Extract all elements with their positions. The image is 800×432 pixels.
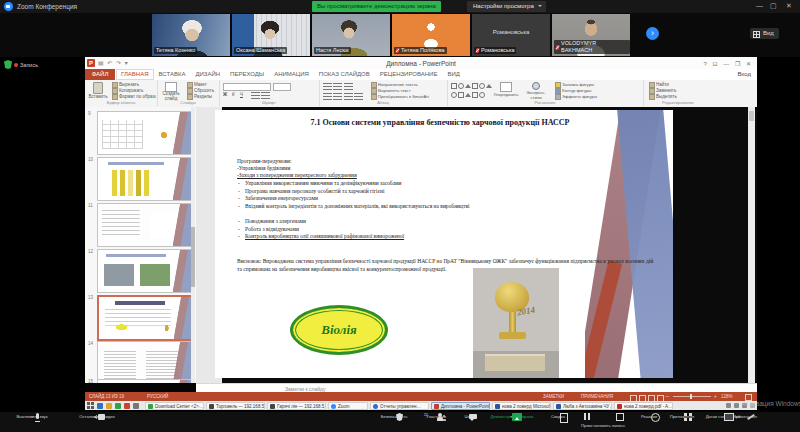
zoom-out-button[interactable]: — bbox=[665, 392, 670, 401]
quick-launch-icon[interactable] bbox=[124, 403, 130, 409]
bold-button[interactable]: Ж bbox=[223, 92, 227, 97]
share-screen-button[interactable]: Демонстрация экрана bbox=[481, 413, 543, 419]
language-indicator[interactable]: РУССКИЙ bbox=[147, 392, 168, 401]
list-buttons[interactable] bbox=[323, 83, 353, 90]
zoom-in-button[interactable]: + bbox=[714, 392, 717, 401]
tab-insert[interactable]: ВСТАВКА bbox=[154, 69, 191, 80]
start-button[interactable] bbox=[87, 402, 94, 409]
ribbon: Вставить Вырезать Копировать Формат по о… bbox=[85, 80, 757, 108]
trophy-base bbox=[499, 332, 526, 339]
recording-controls[interactable]: Приостановить запись bbox=[573, 413, 633, 428]
tab-view[interactable]: ВИД bbox=[442, 69, 464, 80]
slide-thumbnail[interactable] bbox=[97, 379, 193, 383]
mute-button[interactable]: Выключить звук bbox=[2, 413, 62, 419]
reactions-button[interactable]: Реакции bbox=[635, 413, 663, 419]
maximize-button[interactable]: ▢ bbox=[770, 2, 777, 10]
slide-thumbnail[interactable] bbox=[97, 249, 193, 293]
ribbon-group-clipboard: Вставить Вырезать Копировать Формат по о… bbox=[85, 80, 158, 106]
participant-tile[interactable]: Романовська Романовська bbox=[472, 14, 550, 56]
thumbnail-scrollbar[interactable] bbox=[191, 107, 195, 383]
taskbar-item[interactable]: Люба з Автозаміна ЧУ… bbox=[553, 402, 612, 410]
video-strip: Тетяна Козенко Оксана Шаманська Настя Ле… bbox=[0, 13, 800, 57]
slide-text-line: Програми-передумови: bbox=[237, 158, 291, 165]
align-text-label: Выровнять текст bbox=[378, 88, 411, 93]
arrange-button[interactable]: Упорядочить bbox=[493, 82, 519, 97]
tab-design[interactable]: ДИЗАЙН bbox=[190, 69, 225, 80]
recording-dot-icon bbox=[14, 63, 18, 67]
participant-tile[interactable]: Тетяна Козенко bbox=[152, 14, 230, 56]
stop-video-button[interactable]: Остановить видео bbox=[64, 413, 130, 419]
taskbar-item[interactable]: Zoom bbox=[328, 402, 368, 410]
taskbar-item[interactable]: Торговель — 192.168.5… bbox=[206, 402, 265, 410]
shapes-gallery[interactable] bbox=[451, 83, 493, 89]
apps-button[interactable]: Приложения bbox=[665, 413, 699, 419]
quick-launch-icon[interactable] bbox=[115, 403, 121, 409]
tab-file[interactable]: ФАЙЛ bbox=[85, 69, 115, 80]
powerpoint-window-controls[interactable]: ? ⊡ — ❐ ✕ bbox=[704, 60, 753, 67]
quick-launch-icon[interactable] bbox=[133, 403, 139, 409]
zoom-percentage[interactable]: 128% bbox=[721, 392, 733, 401]
slide-thumbnail[interactable] bbox=[97, 203, 193, 247]
stop-recording-icon[interactable] bbox=[614, 413, 624, 422]
slide-thumbnail[interactable] bbox=[97, 341, 193, 383]
slide-canvas[interactable]: 7.1 Основи системи управління безпечніст… bbox=[215, 110, 673, 378]
slide-thumbnail[interactable] bbox=[97, 111, 193, 155]
font-name-select[interactable] bbox=[223, 83, 271, 91]
participant-tile[interactable]: Оксана Шаманська bbox=[232, 14, 310, 56]
taskbar-item[interactable]: Download Center <2>… bbox=[145, 402, 204, 410]
participant-tile[interactable]: Тетяна Полякова bbox=[392, 14, 470, 56]
taskbar-item[interactable]: Гарячі лін — 192.168.5… bbox=[267, 402, 326, 410]
minimize-button[interactable]: — bbox=[756, 2, 763, 9]
taskbar-item[interactable]: нова 2 поверд Microsof… bbox=[492, 402, 551, 410]
pause-recording-icon[interactable] bbox=[582, 413, 592, 422]
folder-icon[interactable] bbox=[106, 403, 112, 409]
tab-transitions[interactable]: ПЕРЕХОДЫ bbox=[225, 69, 269, 80]
shape-icon bbox=[479, 83, 485, 89]
notes-toggle[interactable]: ЗАМЕТКИ bbox=[543, 392, 564, 401]
quick-styles-label: Экспресс-стили bbox=[521, 90, 551, 100]
slide-thumbnail-selected[interactable] bbox=[97, 295, 195, 341]
underline-button[interactable]: Ч bbox=[240, 92, 243, 97]
slide-scrollbar[interactable] bbox=[748, 107, 755, 383]
view-settings-dropdown[interactable]: Настройки просмотра bbox=[467, 1, 546, 12]
taskbar-item-active[interactable]: Дипломна - PowerPoint bbox=[431, 402, 490, 410]
window-titlebar: Zoom Конференция Вы просматриваете демон… bbox=[0, 0, 800, 13]
align-buttons[interactable] bbox=[323, 93, 363, 100]
close-button[interactable]: ✕ bbox=[786, 2, 792, 10]
quick-styles-button[interactable]: Экспресс-стили bbox=[521, 82, 551, 100]
slide-thumbnail[interactable] bbox=[97, 157, 193, 201]
quick-launch-icon[interactable] bbox=[97, 403, 103, 409]
tray-arrow-icon[interactable] bbox=[726, 403, 731, 408]
paste-button[interactable]: Вставить bbox=[87, 82, 109, 99]
participant-name: Настя Лесюк bbox=[316, 47, 349, 54]
sign-in-link[interactable]: Вход bbox=[737, 71, 751, 77]
view-layout-button[interactable]: Вид bbox=[750, 28, 779, 39]
new-slide-button[interactable]: Создать слайд bbox=[159, 82, 183, 101]
summary-button[interactable]: Сводка bbox=[545, 413, 571, 419]
word-icon bbox=[556, 404, 561, 409]
taskbar-item[interactable]: Отчеты управлен… bbox=[370, 402, 429, 410]
notes-button[interactable]: Примечания bbox=[730, 413, 760, 419]
tab-slideshow[interactable]: ПОКАЗ СЛАЙДОВ bbox=[314, 69, 375, 80]
tab-animations[interactable]: АНИМАЦИЯ bbox=[269, 69, 314, 80]
font-size-select[interactable] bbox=[273, 83, 291, 91]
security-button[interactable]: Безопасность bbox=[373, 413, 415, 419]
participant-tile[interactable]: VOLODYMYR BAKHMACH bbox=[552, 14, 630, 56]
next-participants-arrow[interactable]: › bbox=[646, 27, 659, 40]
shapes-gallery-row2[interactable] bbox=[451, 92, 486, 98]
chat-button[interactable]: Чат bbox=[457, 413, 479, 419]
ribbon-group-drawing: Упорядочить Экспресс-стили Заливка фигур… bbox=[447, 80, 644, 106]
zoom-slider[interactable] bbox=[673, 396, 711, 397]
participant-tile-active-speaker[interactable]: Настя Лесюк bbox=[312, 14, 390, 56]
tab-home[interactable]: ГЛАВНАЯ bbox=[116, 69, 154, 80]
participants-button[interactable]: 11 Участники bbox=[417, 413, 455, 419]
participant-name-label: Тетяна Козенко bbox=[154, 47, 197, 54]
taskbar-item[interactable]: нова 2 поверд.pdf - A… bbox=[614, 402, 673, 410]
font-effects-buttons[interactable] bbox=[251, 92, 270, 99]
tab-review[interactable]: РЕЦЕНЗИРОВАНИЕ bbox=[375, 69, 443, 80]
reset-label: Сбросить bbox=[194, 88, 214, 93]
comments-toggle[interactable]: ПРИМЕЧАНИЯ bbox=[581, 392, 613, 401]
italic-button[interactable]: К bbox=[232, 92, 235, 97]
slide-bullet: Управління використанням миючими та дезі… bbox=[245, 180, 500, 187]
network-icon[interactable] bbox=[734, 403, 739, 408]
